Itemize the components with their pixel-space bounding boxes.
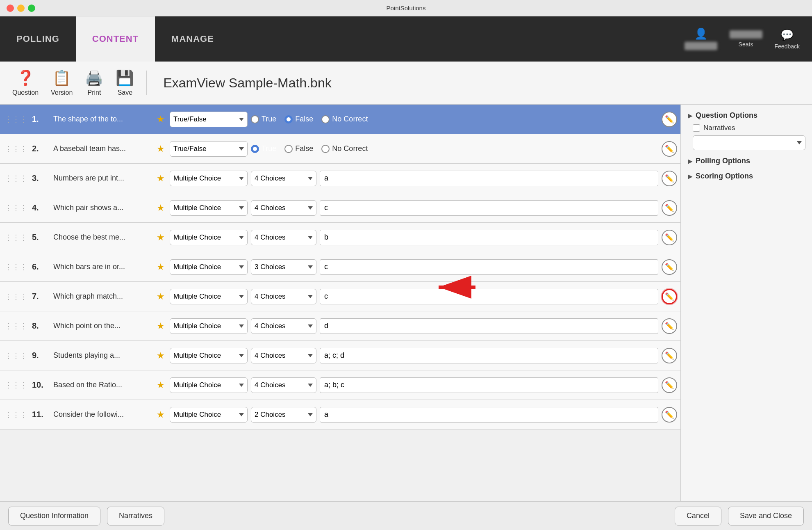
choices-select[interactable]: 2 Choices3 Choices4 Choices5 Choices (251, 407, 316, 423)
question-text: A baseball team has... (53, 144, 152, 153)
question-type-select[interactable]: True/FalseMultiple ChoiceShort AnswerEss… (170, 230, 248, 245)
tf-option-no-correct[interactable]: No Correct (321, 115, 368, 123)
minimize-button[interactable] (17, 5, 25, 12)
edit-button[interactable]: ✏️ (662, 289, 677, 304)
tf-option-no-correct[interactable]: No Correct (321, 144, 368, 153)
edit-button[interactable]: ✏️ (662, 200, 677, 216)
question-number: 11. (32, 410, 50, 419)
save-close-button[interactable]: Save and Close (728, 507, 804, 525)
question-row[interactable]: ⋮⋮⋮1.The shape of the to...★True/FalseMu… (0, 105, 680, 134)
edit-button[interactable]: ✏️ (662, 318, 677, 334)
tf-option-false[interactable]: False (284, 144, 313, 153)
edit-button[interactable]: ✏️ (662, 112, 677, 127)
nav-manage[interactable]: MANAGE (155, 16, 230, 62)
edit-button[interactable]: ✏️ (662, 407, 677, 423)
edit-button[interactable]: ✏️ (662, 141, 677, 157)
version-button[interactable]: 📋 Version (47, 67, 77, 99)
question-type-select[interactable]: True/FalseMultiple ChoiceShort AnswerEss… (170, 318, 248, 334)
narratives-button[interactable]: Narratives (107, 507, 164, 525)
answer-input[interactable] (320, 289, 658, 304)
question-options-header[interactable]: ▶ Question Options (688, 111, 805, 120)
question-button[interactable]: ❓ Question (8, 67, 43, 99)
question-type-select[interactable]: True/FalseMultiple ChoiceShort AnswerEss… (170, 112, 248, 127)
print-button[interactable]: 🖨️ Print (81, 67, 107, 99)
question-type-select[interactable]: True/FalseMultiple ChoiceShort AnswerEss… (170, 259, 248, 275)
edit-button[interactable]: ✏️ (662, 259, 677, 275)
scoring-options-label: Scoring Options (696, 172, 753, 180)
narratives-select[interactable] (693, 135, 805, 150)
nav-polling[interactable]: POLLING (0, 16, 76, 62)
nav-content[interactable]: CONTENT (76, 16, 155, 62)
answer-input[interactable] (320, 318, 658, 334)
drag-handle[interactable]: ⋮⋮⋮ (3, 115, 29, 124)
tf-option-true[interactable]: True (251, 144, 276, 153)
edit-button[interactable]: ✏️ (662, 230, 677, 245)
drag-handle[interactable]: ⋮⋮⋮ (3, 322, 29, 331)
answer-input[interactable] (320, 230, 658, 245)
drag-handle[interactable]: ⋮⋮⋮ (3, 144, 29, 153)
question-row[interactable]: ⋮⋮⋮2.A baseball team has...★True/FalseMu… (0, 134, 680, 164)
question-type-select[interactable]: True/FalseMultiple ChoiceShort AnswerEss… (170, 407, 248, 423)
choices-select[interactable]: 2 Choices3 Choices4 Choices5 Choices (251, 289, 316, 304)
question-type-select[interactable]: True/FalseMultiple ChoiceShort AnswerEss… (170, 141, 248, 157)
drag-handle[interactable]: ⋮⋮⋮ (3, 203, 29, 212)
choices-select[interactable]: 2 Choices3 Choices4 Choices5 Choices (251, 259, 316, 275)
drag-handle[interactable]: ⋮⋮⋮ (3, 351, 29, 360)
answer-input[interactable] (320, 377, 658, 393)
question-number: 9. (32, 351, 50, 360)
edit-button[interactable]: ✏️ (662, 171, 677, 186)
nav-feedback[interactable]: 💬 Feedback (775, 29, 800, 50)
question-row[interactable]: ⋮⋮⋮6.Which bars are in or...★True/FalseM… (0, 252, 680, 282)
question-row[interactable]: ⋮⋮⋮7.Which graph match...★True/FalseMult… (0, 282, 680, 311)
answer-input[interactable] (320, 171, 658, 186)
choices-select[interactable]: 2 Choices3 Choices4 Choices5 Choices (251, 348, 316, 363)
tf-option-false[interactable]: False (284, 115, 313, 123)
save-button[interactable]: 💾 Save (111, 67, 138, 99)
question-row[interactable]: ⋮⋮⋮5.Choose the best me...★True/FalseMul… (0, 223, 680, 252)
drag-handle[interactable]: ⋮⋮⋮ (3, 233, 29, 242)
question-type-select[interactable]: True/FalseMultiple ChoiceShort AnswerEss… (170, 289, 248, 304)
choices-select[interactable]: 2 Choices3 Choices4 Choices5 Choices (251, 200, 316, 216)
maximize-button[interactable] (28, 5, 35, 12)
question-type-select[interactable]: True/FalseMultiple ChoiceShort AnswerEss… (170, 377, 248, 393)
choices-select[interactable]: 2 Choices3 Choices4 Choices5 Choices (251, 230, 316, 245)
question-type-select[interactable]: True/FalseMultiple ChoiceShort AnswerEss… (170, 348, 248, 363)
nav-seats[interactable]: Seats (730, 30, 762, 48)
cancel-button[interactable]: Cancel (675, 507, 721, 525)
choices-select[interactable]: 2 Choices3 Choices4 Choices5 Choices (251, 318, 316, 334)
polling-options-header[interactable]: ▶ Polling Options (688, 157, 805, 165)
question-row[interactable]: ⋮⋮⋮8.Which point on the...★True/FalseMul… (0, 311, 680, 341)
drag-handle[interactable]: ⋮⋮⋮ (3, 263, 29, 272)
drag-handle[interactable]: ⋮⋮⋮ (3, 410, 29, 419)
question-row[interactable]: ⋮⋮⋮11.Consider the followi...★True/False… (0, 400, 680, 429)
question-text: Which graph match... (53, 292, 152, 301)
narratives-checkbox[interactable] (693, 124, 700, 132)
question-info-button[interactable]: Question Information (8, 507, 100, 525)
star-icon: ★ (157, 409, 165, 420)
false-radio (284, 115, 293, 123)
question-row[interactable]: ⋮⋮⋮9.Students playing a...★True/FalseMul… (0, 341, 680, 370)
question-row[interactable]: ⋮⋮⋮3.Numbers are put int...★True/FalseMu… (0, 164, 680, 193)
choices-select[interactable]: 2 Choices3 Choices4 Choices5 Choices (251, 171, 316, 186)
question-row[interactable]: ⋮⋮⋮4.Which pair shows a...★True/FalseMul… (0, 193, 680, 223)
choices-select[interactable]: 2 Choices3 Choices4 Choices5 Choices (251, 377, 316, 393)
question-type-select[interactable]: True/FalseMultiple ChoiceShort AnswerEss… (170, 171, 248, 186)
seats-blurred (685, 42, 717, 50)
question-type-select[interactable]: True/FalseMultiple ChoiceShort AnswerEss… (170, 200, 248, 216)
question-row[interactable]: ⋮⋮⋮10.Based on the Ratio...★True/FalseMu… (0, 370, 680, 400)
edit-button[interactable]: ✏️ (662, 377, 677, 393)
close-button[interactable] (7, 5, 14, 12)
answer-input[interactable] (320, 259, 658, 275)
drag-handle[interactable]: ⋮⋮⋮ (3, 174, 29, 183)
scoring-options-header[interactable]: ▶ Scoring Options (688, 172, 805, 180)
edit-button[interactable]: ✏️ (662, 348, 677, 363)
nav-user[interactable]: 👤 (685, 27, 717, 51)
star-icon: ★ (157, 203, 165, 213)
answer-input[interactable] (320, 407, 658, 423)
answer-input[interactable] (320, 200, 658, 216)
drag-handle[interactable]: ⋮⋮⋮ (3, 381, 29, 390)
tf-option-true[interactable]: True (251, 115, 276, 123)
main-layout: ⋮⋮⋮1.The shape of the to...★True/FalseMu… (0, 105, 812, 501)
answer-input[interactable] (320, 348, 658, 363)
drag-handle[interactable]: ⋮⋮⋮ (3, 292, 29, 301)
